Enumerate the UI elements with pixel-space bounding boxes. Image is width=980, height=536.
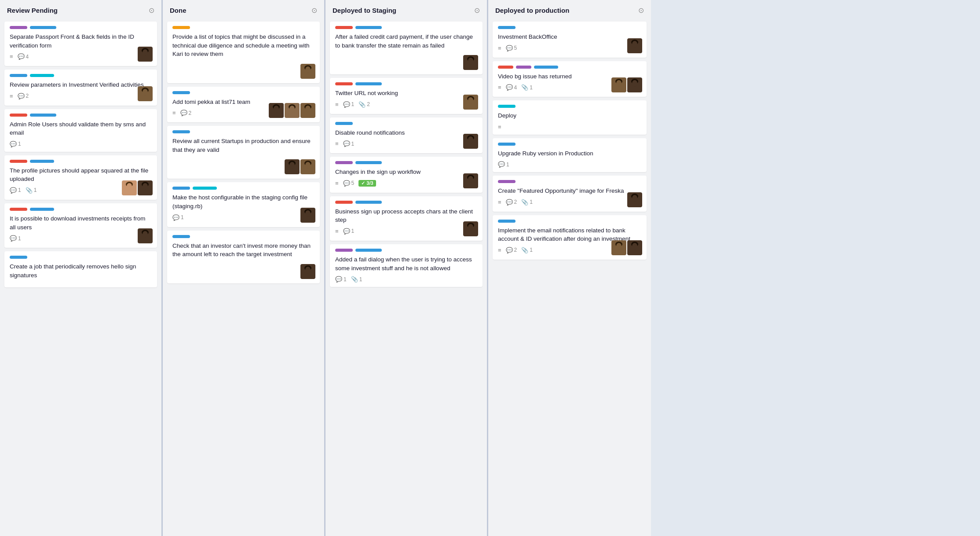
card-card-18[interactable]: Investment BackOffice≡💬5 — [493, 22, 647, 58]
card-card-8[interactable]: Add tomi pekka at list71 team≡💬2 — [167, 87, 320, 123]
card-meta: 💬1 — [10, 141, 152, 147]
meta-value: 1 — [18, 141, 21, 147]
card-tag — [10, 26, 27, 29]
card-meta: ≡💬1 — [335, 140, 477, 147]
card-card-1[interactable]: Separate Passport Front & Back fields in… — [4, 22, 157, 66]
avatar — [463, 55, 478, 70]
card-tags — [335, 26, 477, 29]
card-tag — [172, 187, 190, 190]
svg-point-34 — [274, 106, 279, 112]
card-tag — [498, 180, 516, 183]
card-meta: ≡💬2📎1 — [498, 199, 641, 206]
meta-item-comment: 💬4 — [506, 84, 517, 91]
card-card-13[interactable]: Twitter URL not working≡💬1📎2 — [330, 78, 483, 114]
card-avatars — [300, 264, 315, 279]
svg-point-104 — [632, 80, 637, 86]
card-tag — [30, 26, 56, 29]
card-title: After a failed credit card payment, if t… — [335, 33, 477, 50]
column-menu-icon[interactable]: ⊙ — [474, 6, 480, 15]
avatar — [300, 64, 315, 79]
column-title: Done — [170, 7, 186, 14]
comment-icon: 💬 — [343, 140, 350, 147]
card-title: Twitter URL not working — [335, 89, 477, 98]
card-card-17[interactable]: Added a fail dialog when the user is try… — [330, 244, 483, 287]
comment-icon: 💬 — [498, 161, 505, 168]
svg-point-29 — [305, 66, 311, 73]
card-card-14[interactable]: Disable round notifications≡💬1 — [330, 117, 483, 154]
card-title: Create "Featured Opportunity" image for … — [498, 187, 641, 195]
meta-item-list: ≡ — [498, 247, 501, 253]
card-card-3[interactable]: Admin Role Users should validate them by… — [4, 109, 157, 152]
card-card-9[interactable]: Review all current Startups in productio… — [167, 126, 320, 179]
meta-value: 1 — [34, 187, 37, 193]
comment-icon: 💬 — [10, 141, 17, 147]
card-card-15[interactable]: Changes in the sign up workflow≡💬5✓ 3/3 — [330, 157, 483, 193]
column-menu-icon[interactable]: ⊙ — [149, 6, 154, 15]
card-tags — [335, 249, 477, 252]
card-tag — [10, 74, 27, 77]
card-card-23[interactable]: Implement the email notifications relate… — [493, 215, 647, 260]
card-tag — [335, 249, 353, 252]
list-icon: ≡ — [335, 228, 339, 235]
card-tag — [335, 26, 353, 29]
column-menu-icon[interactable]: ⊙ — [311, 6, 317, 15]
meta-item-list: ≡ — [498, 199, 501, 206]
card-card-16[interactable]: Business sign up process accepts chars a… — [330, 196, 483, 241]
card-card-12[interactable]: After a failed credit card payment, if t… — [330, 22, 483, 74]
card-tags — [498, 66, 641, 69]
card-tag — [30, 114, 56, 117]
svg-point-99 — [616, 80, 622, 86]
card-title: Deploy — [498, 111, 641, 120]
card-meta: 💬1 — [10, 235, 152, 242]
meta-item-list: ≡ — [172, 110, 176, 116]
card-card-19[interactable]: Video bg issue has returned≡💬4📎1 — [493, 61, 647, 97]
avatar — [627, 240, 642, 255]
column-title: Deployed to production — [495, 7, 569, 14]
meta-value: 1 — [530, 84, 533, 91]
card-title: Review all current Startups in productio… — [172, 137, 314, 154]
card-card-11[interactable]: Check that an investor can't invest more… — [167, 231, 320, 283]
comment-icon: 💬 — [506, 247, 513, 253]
card-tags — [172, 91, 314, 94]
card-card-22[interactable]: Create "Featured Opportunity" image for … — [493, 176, 647, 212]
card-tag — [335, 122, 353, 125]
meta-item-comment: 💬1 — [343, 140, 355, 147]
svg-point-114 — [616, 243, 622, 249]
card-tags — [10, 74, 152, 77]
card-card-10[interactable]: Make the host configurable in the stagin… — [167, 182, 320, 227]
svg-point-4 — [143, 49, 148, 55]
card-card-4[interactable]: The profile pictures should appear squar… — [4, 155, 157, 200]
card-tag — [498, 220, 516, 223]
meta-value: 1 — [351, 228, 355, 234]
card-card-7[interactable]: Provide a list of topics that might be d… — [167, 22, 320, 83]
meta-value: 1 — [530, 247, 533, 253]
meta-value: 1 — [351, 101, 355, 107]
comment-icon: 💬 — [506, 45, 513, 51]
column-menu-icon[interactable]: ⊙ — [638, 6, 644, 15]
comment-icon: 💬 — [180, 110, 187, 116]
card-card-2[interactable]: Review parameters in Investment Verified… — [4, 70, 157, 106]
svg-point-44 — [305, 106, 311, 112]
card-tag — [355, 82, 382, 85]
svg-point-14 — [127, 183, 132, 189]
list-icon: ≡ — [10, 93, 13, 99]
svg-point-39 — [289, 106, 295, 112]
card-tag — [30, 74, 54, 77]
avatar — [300, 264, 315, 279]
card-tags — [498, 220, 641, 223]
card-card-6[interactable]: Create a job that periodically removes h… — [4, 251, 157, 287]
avatar — [138, 228, 153, 243]
svg-point-54 — [305, 162, 311, 168]
card-tags — [10, 208, 152, 211]
meta-value: 2 — [367, 101, 370, 107]
meta-item-list: ≡ — [335, 101, 339, 108]
svg-point-64 — [305, 267, 311, 273]
list-icon: ≡ — [335, 180, 339, 187]
card-tag — [172, 26, 190, 29]
card-card-20[interactable]: Deploy≡ — [493, 100, 647, 135]
meta-item-comment: 💬2 — [506, 247, 517, 253]
comment-icon: 💬 — [10, 235, 17, 242]
card-card-5[interactable]: It is possible to download investments r… — [4, 203, 157, 248]
card-card-21[interactable]: Upgrade Ruby version in Production💬1 — [493, 138, 647, 173]
card-avatars — [138, 86, 153, 101]
